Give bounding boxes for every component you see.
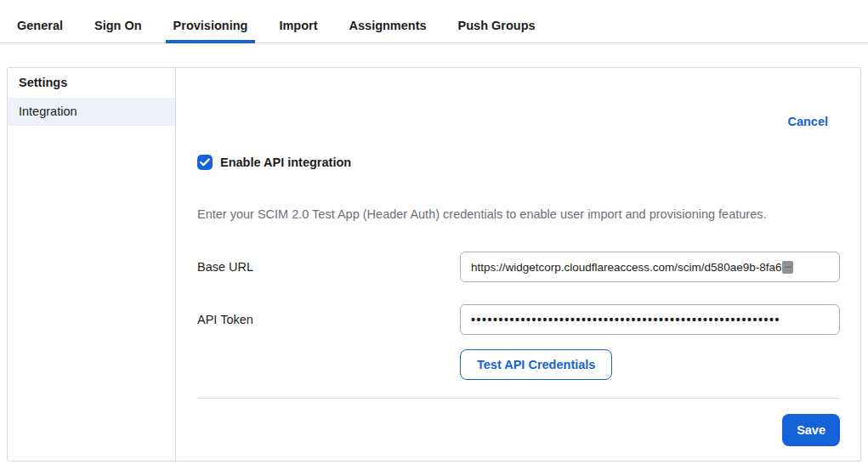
provisioning-panel: Settings Integration Cancel Enable API i… <box>7 67 861 462</box>
base-url-label: Base URL <box>197 260 460 274</box>
api-token-input[interactable]: ••••••••••••••••••••••••••••••••••••••••… <box>460 304 840 335</box>
enable-api-label: Enable API integration <box>220 156 351 169</box>
test-api-credentials-button[interactable]: Test API Credentials <box>460 349 612 380</box>
sidebar-item-integration[interactable]: Integration <box>8 98 175 126</box>
credentials-description: Enter your SCIM 2.0 Test App (Header Aut… <box>197 207 840 221</box>
enable-api-row[interactable]: Enable API integration <box>197 155 840 170</box>
base-url-value: https://widgetcorp.cloudflareaccess.com/… <box>471 261 781 274</box>
save-row: Save <box>197 414 840 446</box>
app-tab-bar: General Sign On Provisioning Import Assi… <box>0 0 868 43</box>
check-icon <box>200 158 210 167</box>
base-url-input[interactable]: https://widgetcorp.cloudflareaccess.com/… <box>460 252 840 282</box>
tab-assignments[interactable]: Assignments <box>342 19 434 43</box>
api-token-value: ••••••••••••••••••••••••••••••••••••••••… <box>471 313 780 326</box>
sidebar-header: Settings <box>8 76 175 89</box>
integration-settings-form: Cancel Enable API integration Enter your… <box>176 68 860 461</box>
text-overflow-marker: ⋯ <box>782 261 793 274</box>
cancel-link[interactable]: Cancel <box>787 115 828 128</box>
tab-general[interactable]: General <box>9 19 71 43</box>
enable-api-checkbox[interactable] <box>197 155 213 170</box>
api-token-label: API Token <box>197 313 460 326</box>
tab-provisioning[interactable]: Provisioning <box>166 19 256 43</box>
tab-push-groups[interactable]: Push Groups <box>451 19 543 43</box>
cancel-row: Cancel <box>197 114 840 129</box>
settings-sidebar: Settings Integration <box>8 68 176 461</box>
api-token-row: API Token ••••••••••••••••••••••••••••••… <box>197 304 840 335</box>
tab-import[interactable]: Import <box>271 19 325 43</box>
base-url-row: Base URL https://widgetcorp.cloudflareac… <box>197 252 840 282</box>
tab-sign-on[interactable]: Sign On <box>87 19 150 43</box>
save-button[interactable]: Save <box>782 414 840 446</box>
footer-divider <box>197 398 840 399</box>
